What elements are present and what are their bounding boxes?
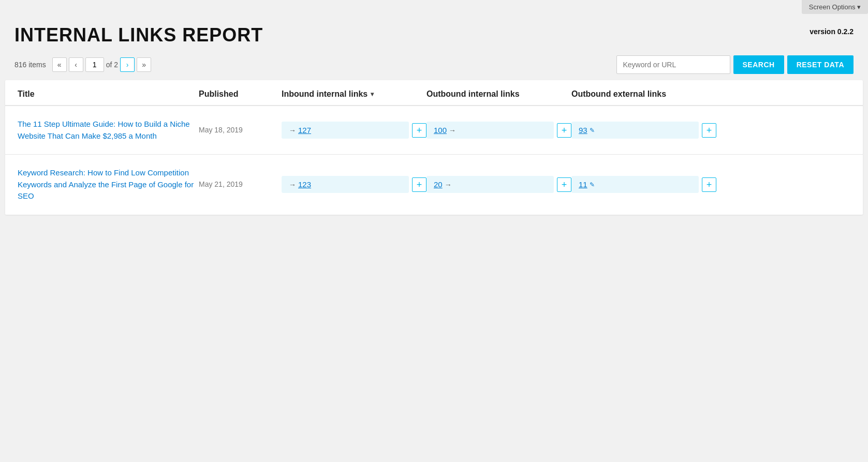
header-area: INTERNAL LINKS REPORT version 0.2.2 [0, 14, 868, 51]
outbound-internal-cell-2: 20 → + [426, 176, 571, 193]
outbound-internal-value-2[interactable]: 20 [434, 180, 443, 189]
row-title-cell: Keyword Research: How to Find Low Compet… [18, 167, 199, 202]
col-outbound-external: Outbound external links [571, 90, 716, 99]
outbound-external-cell-1: 93 ✎ + [571, 122, 716, 139]
row-date-cell: May 18, 2019 [199, 125, 282, 136]
outbound-external-icon-1: ✎ [590, 127, 595, 134]
search-button[interactable]: SEARCH [733, 55, 784, 74]
search-input[interactable] [616, 55, 730, 74]
inbound-value-2[interactable]: 123 [298, 180, 311, 189]
outbound-internal-cell-1: 100 → + [426, 122, 571, 139]
outbound-external-value-1[interactable]: 93 [579, 126, 587, 135]
outbound-internal-plus-btn-1[interactable]: + [557, 123, 571, 138]
outbound-external-value-2[interactable]: 11 [579, 180, 587, 189]
inbound-cell-1: → 127 + [282, 122, 426, 139]
page-of-label: of 2 [106, 61, 118, 69]
reset-data-button[interactable]: RESET DATA [787, 55, 854, 74]
inbound-arrow-2: → [289, 181, 296, 189]
toolbar: 816 items « ‹ of 2 › » SEARCH RESET DATA [0, 51, 868, 80]
outbound-external-plus-btn-1[interactable]: + [702, 123, 716, 138]
col-inbound[interactable]: Inbound internal links ▾ [282, 90, 426, 99]
outbound-external-box-1: 93 ✎ [571, 122, 699, 139]
outbound-internal-value-1[interactable]: 100 [434, 126, 447, 135]
row-title-link[interactable]: Keyword Research: How to Find Low Compet… [18, 168, 194, 200]
table-header: Title Published Inbound internal links ▾… [5, 80, 863, 106]
inbound-link-inner-1: → 127 [289, 126, 311, 135]
outbound-external-cell-2: 11 ✎ + [571, 176, 716, 193]
outbound-external-icon-2: ✎ [590, 181, 595, 188]
table-row: The 11 Step Ultimate Guide: How to Build… [5, 106, 863, 155]
inbound-link-inner-2: → 123 [289, 180, 311, 189]
screen-options-bar: Screen Options ▾ [0, 0, 868, 14]
page-number-input[interactable] [85, 57, 104, 72]
inbound-link-box-2: → 123 [282, 176, 409, 193]
col-published: Published [199, 90, 282, 99]
col-outbound-internal: Outbound internal links [426, 90, 571, 99]
pagination-area: 816 items « ‹ of 2 › » [14, 57, 151, 72]
inbound-cell-2: → 123 + [282, 176, 426, 193]
col-title: Title [18, 90, 199, 99]
inbound-arrow-1: → [289, 126, 296, 135]
page-title: INTERNAL LINKS REPORT [14, 24, 263, 46]
outbound-internal-box-1: 100 → [426, 122, 554, 139]
version-value: 0.2.2 [837, 27, 854, 36]
outbound-external-inner-2: 11 ✎ [579, 180, 595, 189]
outbound-internal-inner-2: 20 → [434, 180, 452, 189]
inbound-value-1[interactable]: 127 [298, 126, 311, 135]
row-date-cell: May 21, 2019 [199, 179, 282, 190]
outbound-external-plus-btn-2[interactable]: + [702, 177, 716, 192]
version-text: version [810, 27, 835, 36]
outbound-external-box-2: 11 ✎ [571, 176, 699, 193]
prev-page-button[interactable]: ‹ [69, 57, 83, 72]
screen-options-button[interactable]: Screen Options ▾ [802, 0, 868, 14]
items-count: 816 items [14, 61, 46, 69]
inbound-plus-btn-1[interactable]: + [412, 123, 426, 138]
inbound-plus-btn-2[interactable]: + [412, 177, 426, 192]
outbound-external-inner-1: 93 ✎ [579, 126, 595, 135]
outbound-internal-arrow-2: → [445, 181, 452, 189]
version-label: version 0.2.2 [810, 27, 854, 36]
sort-icon-inbound: ▾ [371, 91, 374, 98]
outbound-internal-inner-1: 100 → [434, 126, 456, 135]
table-row: Keyword Research: How to Find Low Compet… [5, 155, 863, 215]
first-page-button[interactable]: « [52, 57, 67, 72]
outbound-internal-plus-btn-2[interactable]: + [557, 177, 571, 192]
outbound-internal-box-2: 20 → [426, 176, 554, 193]
inbound-link-box-1: → 127 [282, 122, 409, 139]
last-page-button[interactable]: » [137, 57, 151, 72]
main-table: Title Published Inbound internal links ▾… [5, 80, 863, 215]
outbound-internal-arrow-1: → [449, 126, 456, 135]
next-page-button[interactable]: › [120, 57, 135, 72]
row-title-link[interactable]: The 11 Step Ultimate Guide: How to Build… [18, 120, 190, 140]
search-area: SEARCH RESET DATA [616, 55, 854, 74]
row-title-cell: The 11 Step Ultimate Guide: How to Build… [18, 118, 199, 142]
